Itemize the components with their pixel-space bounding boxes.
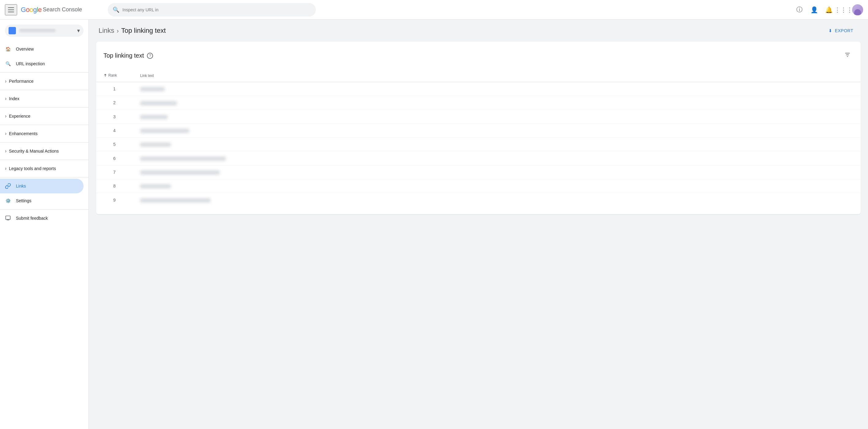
table-card-header: Top linking text ? <box>96 49 861 69</box>
manage-icon: 👤 <box>810 6 818 13</box>
property-selector[interactable]: ▾ <box>5 25 84 37</box>
sidebar-item-enhancements[interactable]: › Enhancements <box>0 126 89 141</box>
blurred-link-text <box>140 156 226 161</box>
help-icon: ⓘ <box>796 5 803 14</box>
help-button[interactable]: ⓘ <box>793 4 806 16</box>
blurred-link-text <box>140 170 220 175</box>
table-row[interactable]: 6 <box>96 151 861 165</box>
experience-label: Experience <box>9 114 30 119</box>
link-text-cell[interactable] <box>133 96 861 110</box>
avatar[interactable] <box>852 4 863 15</box>
sidebar-item-overview[interactable]: 🏠 Overview <box>0 42 84 56</box>
table-row[interactable]: 8 <box>96 179 861 193</box>
search-input[interactable] <box>122 7 311 12</box>
link-text-cell[interactable] <box>133 123 861 137</box>
overview-label: Overview <box>16 47 34 52</box>
security-chevron-icon: › <box>5 148 6 154</box>
rank-cell: 2 <box>96 96 133 110</box>
table-row[interactable]: 3 <box>96 110 861 123</box>
table-row[interactable]: 2 <box>96 96 861 110</box>
sort-arrow: Rank <box>103 73 117 78</box>
home-icon: 🏠 <box>5 46 11 52</box>
google-apps-button[interactable]: ⋮⋮⋮ <box>837 4 850 16</box>
rank-cell: 6 <box>96 151 133 165</box>
table-body: 123456789 <box>96 82 861 207</box>
url-inspection-label: URL inspection <box>16 61 45 66</box>
feedback-label: Submit feedback <box>16 216 48 221</box>
breadcrumb: Links › Top linking text <box>98 27 166 35</box>
table-card: Top linking text ? <box>96 42 861 214</box>
svg-rect-0 <box>6 216 10 220</box>
sidebar-item-links[interactable]: Links <box>0 179 84 193</box>
product-name: Search Console <box>43 6 82 13</box>
index-label: Index <box>9 96 19 101</box>
table-row[interactable]: 7 <box>96 165 861 179</box>
table-row[interactable]: 1 <box>96 82 861 96</box>
breadcrumb-parent[interactable]: Links <box>98 27 114 35</box>
rank-column-header[interactable]: Rank <box>96 69 133 82</box>
export-icon: ⬇ <box>829 28 833 33</box>
blurred-link-text <box>140 184 171 189</box>
search-nav-icon: 🔍 <box>5 61 11 67</box>
table-title-text: Top linking text <box>103 52 144 59</box>
logo: Google Search Console <box>21 6 82 14</box>
bell-icon: 🔔 <box>825 6 833 13</box>
table-title-area: Top linking text ? <box>103 52 153 59</box>
filter-icon[interactable] <box>842 49 853 62</box>
divider-2 <box>0 90 89 90</box>
divider-4 <box>0 125 89 125</box>
sidebar-item-settings[interactable]: ⚙️ Settings <box>0 193 84 208</box>
sidebar-item-security[interactable]: › Security & Manual Actions <box>0 144 89 159</box>
property-name-blurred <box>19 28 56 32</box>
manage-property-button[interactable]: 👤 <box>808 4 820 16</box>
rank-cell: 5 <box>96 138 133 151</box>
blurred-link-text <box>140 101 177 106</box>
sidebar-item-index[interactable]: › Index <box>0 91 89 106</box>
performance-chevron-icon: › <box>5 79 6 84</box>
legacy-label: Legacy tools and reports <box>9 166 56 171</box>
app-header: Google Search Console 🔍 ⓘ 👤 🔔 ⋮⋮⋮ <box>0 0 868 20</box>
sidebar: ▾ 🏠 Overview 🔍 URL inspection › Performa… <box>0 20 89 429</box>
help-circle-icon[interactable]: ? <box>147 53 153 59</box>
link-text-cell[interactable] <box>133 82 861 96</box>
sidebar-item-experience[interactable]: › Experience <box>0 109 89 123</box>
divider-7 <box>0 177 89 177</box>
legacy-chevron-icon: › <box>5 166 6 171</box>
table-row[interactable]: 9 <box>96 193 861 207</box>
enhancements-chevron-icon: › <box>5 131 6 136</box>
link-text-cell[interactable] <box>133 179 861 193</box>
rank-cell: 1 <box>96 82 133 96</box>
link-text-cell[interactable] <box>133 165 861 179</box>
rank-cell: 3 <box>96 110 133 123</box>
enhancements-label: Enhancements <box>9 131 37 136</box>
export-label: EXPORT <box>835 28 853 33</box>
link-text-cell[interactable] <box>133 193 861 207</box>
links-label: Links <box>16 183 26 189</box>
rank-cell: 7 <box>96 165 133 179</box>
property-chevron-icon: ▾ <box>77 27 80 34</box>
property-icon <box>8 27 16 34</box>
sidebar-item-legacy[interactable]: › Legacy tools and reports <box>0 161 89 176</box>
table-row[interactable]: 5 <box>96 138 861 151</box>
feedback-icon <box>5 215 11 221</box>
search-bar[interactable]: 🔍 <box>108 3 316 17</box>
export-button[interactable]: ⬇ EXPORT <box>824 26 858 35</box>
sidebar-item-url-inspection[interactable]: 🔍 URL inspection <box>0 56 84 71</box>
table-header-row: Rank Link text <box>96 69 861 82</box>
sidebar-item-feedback[interactable]: Submit feedback <box>0 211 84 226</box>
table-row[interactable]: 4 <box>96 123 861 137</box>
menu-button[interactable] <box>5 4 17 15</box>
notifications-button[interactable]: 🔔 <box>823 4 835 16</box>
link-text-cell[interactable] <box>133 138 861 151</box>
performance-label: Performance <box>9 79 33 84</box>
rank-cell: 4 <box>96 123 133 137</box>
link-text-column-header: Link text <box>133 69 861 82</box>
blurred-link-text <box>140 142 171 147</box>
link-text-cell[interactable] <box>133 151 861 165</box>
link-text-cell[interactable] <box>133 110 861 123</box>
header-left: Google Search Console <box>5 4 103 15</box>
sidebar-item-performance[interactable]: › Performance <box>0 74 89 89</box>
search-icon: 🔍 <box>113 6 119 13</box>
links-icon <box>5 183 11 189</box>
blurred-link-text <box>140 115 168 119</box>
